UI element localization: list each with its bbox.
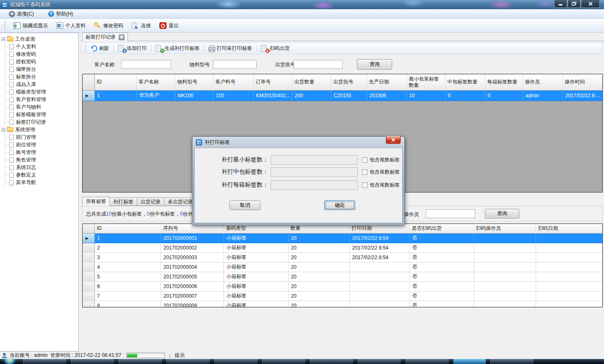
collapse-icon[interactable] <box>2 37 5 41</box>
query-button[interactable]: 查询 <box>357 59 392 70</box>
taskbar-button[interactable] <box>358 359 401 364</box>
menu-help[interactable]: 帮助(H) <box>47 10 75 18</box>
taskbar-button[interactable] <box>167 359 210 364</box>
include-tail-checkbox[interactable] <box>362 182 367 188</box>
add-print-button[interactable]: ▾ 添加打印 <box>116 44 148 53</box>
tree-item[interactable]: 参数定义 <box>6 171 78 179</box>
column-header[interactable]: 最小包装标签数量 <box>406 74 445 90</box>
close-button[interactable] <box>581 0 600 8</box>
taskbar-button[interactable] <box>406 359 449 364</box>
taskbar-button[interactable] <box>262 359 306 364</box>
taskbar-button[interactable] <box>490 359 534 364</box>
table-row[interactable]: 3 201702000003 小箱标签 20 2017/02/22 8:54 否 <box>83 252 602 262</box>
tree-item[interactable]: 客户资料管理 <box>6 96 78 103</box>
tree-item[interactable]: 授权密码 <box>6 58 78 65</box>
table-row[interactable]: 4 201702000004 小箱标签 20 否 <box>83 262 602 272</box>
tree-item[interactable]: 标签拆分 <box>6 73 78 81</box>
menu-options[interactable]: 选项(C) <box>8 10 36 18</box>
generate-reprint-button[interactable]: + 生成补打印标签 <box>154 44 201 53</box>
taskbar-button[interactable] <box>310 359 354 364</box>
tab-label-print-records[interactable]: 标签打印记录 <box>82 33 128 41</box>
taskbar-button[interactable] <box>214 359 258 364</box>
column-header[interactable]: 扫码日期 <box>536 224 602 233</box>
column-header[interactable]: 每箱标签数量 <box>485 74 523 90</box>
column-header[interactable]: 生产日期 <box>367 74 406 90</box>
tree-item[interactable]: 系统日志 <box>6 164 78 171</box>
column-header[interactable]: 条码类型 <box>224 224 288 233</box>
taskbar-button[interactable] <box>23 359 67 364</box>
shipment-batch-input[interactable] <box>294 60 343 69</box>
collapse-icon[interactable] <box>2 128 5 132</box>
scan-shipment-button[interactable]: ▸ 扫码出货 <box>259 44 292 53</box>
toggle-panel-button[interactable]: 隐藏或显示 <box>12 21 49 30</box>
change-password-button[interactable]: 修改密码 <box>93 21 125 30</box>
table-row[interactable]: 2 201702000002 小箱标签 20 2017/02/22 8:54 否 <box>83 243 602 252</box>
tab-reprint-labels[interactable]: 补打标签 <box>110 198 137 206</box>
min-label-count-input[interactable] <box>271 155 358 165</box>
column-header[interactable]: 是否扫码出货 <box>409 224 474 233</box>
window-title: 槟城电子条码系统 <box>10 1 50 8</box>
table-row[interactable]: 1 201702000001 小箱标签 20 2017/02/22 8:54 否 <box>83 233 602 243</box>
cancel-button[interactable]: 取消 <box>229 200 260 210</box>
column-header[interactable]: 客户料号 <box>213 74 253 90</box>
operator-input[interactable] <box>426 209 475 218</box>
column-header[interactable]: 操作员 <box>523 74 562 90</box>
column-header[interactable]: 中包标签数量 <box>445 74 485 90</box>
tree-item[interactable]: 客户与物料 <box>6 103 78 111</box>
tree-item[interactable]: 成品入库 <box>6 81 78 88</box>
customer-name-input[interactable] <box>121 60 171 69</box>
tree-item[interactable]: 角色管理 <box>6 156 78 164</box>
connect-button[interactable]: 连接 <box>130 21 152 30</box>
tree-group-workdesk[interactable]: 工作桌面 <box>2 35 78 43</box>
table-row[interactable]: 5 201702000005 小箱标签 20 否 <box>83 272 602 281</box>
minimize-button[interactable] <box>554 0 567 8</box>
tree-item[interactable]: 个人资料 <box>6 43 78 50</box>
tree-item[interactable]: 修改密码 <box>6 50 78 58</box>
print-unprinted-button[interactable]: 打印未打印标签 <box>207 44 254 53</box>
column-header[interactable]: 物料型号 <box>175 74 213 90</box>
table-row[interactable]: 8 201702000008 小箱标签 20 否 <box>83 301 602 307</box>
mid-label-count-input[interactable] <box>271 167 358 177</box>
tab-shipment-records[interactable]: 出货记录 <box>137 198 164 206</box>
restore-button[interactable] <box>568 0 581 8</box>
column-header[interactable]: 出货批号 <box>331 74 367 90</box>
box-label-count-input[interactable] <box>271 180 358 190</box>
column-header[interactable]: 序列号 <box>161 224 224 233</box>
tab-close-icon[interactable] <box>119 34 125 40</box>
tree-item[interactable]: 标签打印记录 <box>6 118 78 126</box>
include-tail-checkbox[interactable] <box>362 157 367 163</box>
column-header[interactable]: 操作时间 <box>562 74 602 90</box>
taskbar-button[interactable] <box>71 359 115 364</box>
profile-button[interactable]: 个人资料 <box>55 21 87 30</box>
column-header[interactable]: ID <box>94 224 161 233</box>
refresh-button[interactable]: 刷新 <box>89 44 111 53</box>
tree-item[interactable]: 账号管理 <box>6 148 78 156</box>
taskbar-button-active[interactable] <box>453 359 486 364</box>
taskbar-button[interactable] <box>119 359 162 364</box>
table-row[interactable]: 6 201702000006 小箱标签 20 否 <box>83 281 602 291</box>
material-model-input[interactable] <box>213 60 257 69</box>
tree-item[interactable]: 岗位管理 <box>6 141 78 148</box>
exit-button[interactable]: 退出 <box>158 21 180 30</box>
column-header[interactable]: ID <box>94 74 136 90</box>
detail-query-button[interactable]: 查询 <box>485 209 519 218</box>
tree-item[interactable]: 菜单导航 <box>6 179 78 186</box>
start-button[interactable] <box>4 359 15 364</box>
tab-all-labels[interactable]: 所有标签 <box>82 197 110 206</box>
tree-item[interactable]: 部门管理 <box>6 133 78 141</box>
tree-item[interactable]: 标签模板管理 <box>6 111 78 118</box>
column-header[interactable]: 出货数量 <box>292 74 331 90</box>
table-row[interactable]: 7 201702000007 小箱标签 20 否 <box>83 291 602 301</box>
table-row[interactable]: 1 华为客户 MK100 100 KM20150401... 200 C2015… <box>83 90 602 101</box>
column-header[interactable]: 扫码操作员 <box>474 224 536 233</box>
tree-item[interactable]: 模板类型管理 <box>6 88 78 96</box>
dialog-close-button[interactable] <box>386 136 401 144</box>
tree-group-system[interactable]: 系统管理 <box>2 126 78 133</box>
column-header[interactable]: 打印日期 <box>349 224 409 233</box>
column-header[interactable]: 订单号 <box>253 74 292 90</box>
column-header[interactable]: 客户名称 <box>136 74 175 90</box>
tree-item[interactable]: 编带拆分 <box>6 65 78 73</box>
include-tail-checkbox[interactable] <box>362 169 367 175</box>
column-header[interactable]: 数量 <box>288 224 349 233</box>
ok-button[interactable]: 确定 <box>324 200 355 210</box>
